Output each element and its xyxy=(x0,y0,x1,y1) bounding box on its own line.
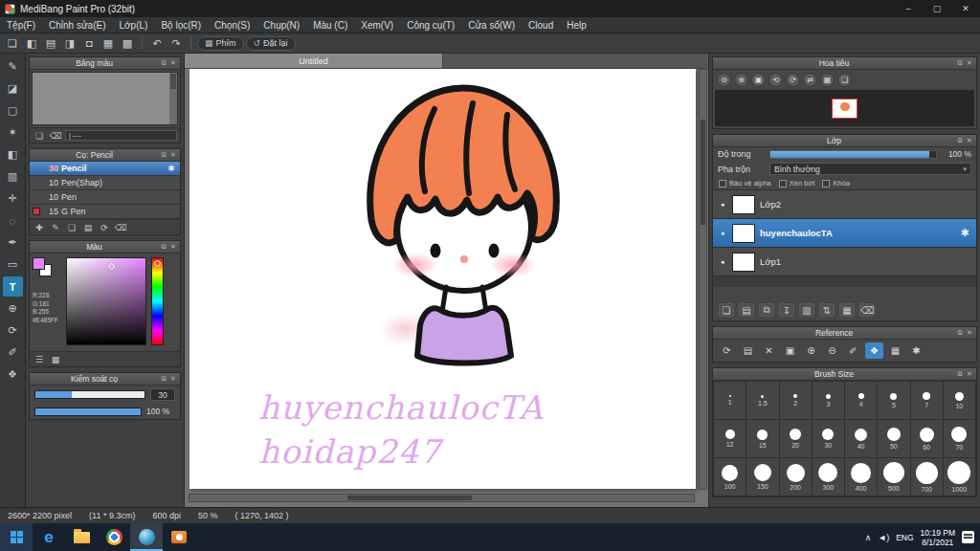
palette-divider-style[interactable]: | ---- xyxy=(65,130,177,141)
undock-icon[interactable]: ⧉ xyxy=(159,57,168,69)
medibang-taskbar-icon[interactable] xyxy=(130,523,163,551)
camera-taskbar-icon[interactable] xyxy=(163,523,195,551)
navigator-thumbnail[interactable] xyxy=(832,99,858,119)
palette-swatches-area[interactable] xyxy=(32,72,178,125)
taskbar-clock[interactable]: 10:19 PM 8/1/2021 xyxy=(921,528,955,547)
brush-size-cell[interactable]: 7 xyxy=(911,382,943,419)
merge-down-icon[interactable]: ↧ xyxy=(779,303,794,317)
palette-grid-icon[interactable]: ▦ xyxy=(49,354,62,365)
comment-icon[interactable]: ◘ xyxy=(80,35,98,52)
nav-zoom-in-icon[interactable]: ⊕ xyxy=(734,73,748,87)
undock-icon[interactable]: ⧉ xyxy=(955,57,965,69)
palette-scrollbar[interactable] xyxy=(169,73,177,124)
brush-size-cell[interactable]: 400 xyxy=(845,458,877,496)
nav-fit-view-icon[interactable]: ▣ xyxy=(751,73,766,87)
brush-size-cell[interactable]: 1 xyxy=(714,382,746,419)
brush-size-cell[interactable]: 30 xyxy=(813,420,844,457)
brush-size-cell[interactable]: 10 xyxy=(944,382,975,419)
menu-item[interactable]: Màu (C) xyxy=(306,17,354,33)
navigator-preview-area[interactable] xyxy=(715,90,974,126)
hue-slider[interactable] xyxy=(151,257,164,345)
ref-open-icon[interactable]: ▤ xyxy=(739,342,757,359)
brush-size-cell[interactable]: 2 xyxy=(780,382,812,419)
undo-icon[interactable]: ↶ xyxy=(148,35,166,52)
menu-item[interactable]: Help xyxy=(560,17,593,33)
close-panel-icon[interactable]: ✕ xyxy=(965,57,974,69)
language-indicator[interactable]: ENG xyxy=(896,533,913,542)
brush-size-cell[interactable]: 150 xyxy=(746,458,778,496)
ref-fit-icon[interactable]: ▣ xyxy=(781,342,799,359)
undock-icon[interactable]: ⧉ xyxy=(955,327,965,339)
ref-close-icon[interactable]: ✕ xyxy=(760,342,778,359)
undock-icon[interactable]: ⧉ xyxy=(159,149,168,161)
horizontal-scrollbar-thumb[interactable] xyxy=(347,496,472,500)
brush-list-item[interactable]: 15 G Pen ✱ xyxy=(30,205,180,219)
document-tab[interactable]: Untitled xyxy=(185,54,443,68)
layer-opacity-slider[interactable] xyxy=(769,150,937,159)
ref-refresh-icon[interactable]: ⟳ xyxy=(718,342,736,359)
layer-row[interactable]: ● Lớp2 ✱ xyxy=(713,190,976,219)
brush-size-cell[interactable]: 700 xyxy=(911,458,943,496)
new-canvas-icon[interactable]: ❏ xyxy=(4,35,21,52)
reset-view-button[interactable]: ↺ Đặt lại xyxy=(246,36,296,51)
layer-folder-icon[interactable]: ▥ xyxy=(799,303,814,317)
save-icon[interactable]: ◧ xyxy=(23,35,40,52)
add-layer-icon[interactable]: ❏ xyxy=(719,303,734,317)
brush-tool-icon[interactable]: ✎ xyxy=(3,56,23,77)
brush-size-cell[interactable]: 5 xyxy=(878,382,909,419)
nav-rotate-left-icon[interactable]: ⟲ xyxy=(768,73,783,87)
close-panel-icon[interactable]: ✕ xyxy=(965,135,974,146)
brush-size-cell[interactable]: 1000 xyxy=(944,458,975,496)
brush-settings-icon[interactable]: ✱ xyxy=(166,164,177,173)
layer-visibility-icon[interactable]: ● xyxy=(718,258,727,265)
pen-tool-icon[interactable]: ✒ xyxy=(3,232,23,253)
shortcut-keys-button[interactable]: ▦ Phím xyxy=(197,36,244,51)
edge-taskbar-icon[interactable]: e xyxy=(33,523,65,551)
add-color-icon[interactable]: ❏ xyxy=(33,130,46,142)
grid-icon[interactable]: ▦ xyxy=(100,35,117,52)
undock-icon[interactable]: ⧉ xyxy=(159,373,168,385)
eraser-tool-icon[interactable]: ◪ xyxy=(3,78,23,99)
add-brush-icon[interactable]: ✚ xyxy=(33,222,46,233)
file-explorer-taskbar-icon[interactable] xyxy=(65,523,98,551)
minimize-button[interactable]: – xyxy=(894,0,923,17)
wand-tool-icon[interactable]: ✶ xyxy=(3,122,23,143)
sync-brush-icon[interactable]: ⟳ xyxy=(98,222,111,233)
foreground-color-swatch[interactable] xyxy=(33,257,45,270)
nav-zoom-out-icon[interactable]: ⊖ xyxy=(717,73,731,87)
layer-visibility-icon[interactable]: ● xyxy=(718,201,727,208)
hue-marker[interactable] xyxy=(154,260,161,267)
layer-option-checkbox[interactable]: Khóa xyxy=(822,179,850,187)
brush-size-cell[interactable]: 20 xyxy=(780,420,812,457)
close-panel-icon[interactable]: ✕ xyxy=(965,327,974,339)
close-panel-icon[interactable]: ✕ xyxy=(965,368,974,380)
brush-size-cell[interactable]: 500 xyxy=(878,458,909,496)
brush-size-cell[interactable]: 3 xyxy=(813,382,844,419)
brush-list-item[interactable]: 10 Pen(Shap) ✱ xyxy=(30,176,180,190)
undock-icon[interactable]: ⧉ xyxy=(955,135,965,146)
ref-zoom-out-icon[interactable]: ⊖ xyxy=(823,342,841,359)
ref-hand-icon[interactable]: ❖ xyxy=(865,342,883,359)
rotate-tool-icon[interactable]: ⟳ xyxy=(3,320,23,341)
layer-option-checkbox[interactable]: Xén bớt xyxy=(779,179,815,187)
export-icon[interactable]: ◨ xyxy=(61,35,78,52)
menu-item[interactable]: Công cụ(T) xyxy=(400,17,461,33)
ref-eyedropper-icon[interactable]: ✐ xyxy=(844,342,862,359)
brush-size-cell[interactable]: 50 xyxy=(878,420,909,457)
speaker-icon[interactable]: ◄) xyxy=(878,533,889,542)
drawing-canvas[interactable]: huyenchaulocTA hoidap247 xyxy=(189,69,696,489)
nav-flip-icon[interactable]: ⇄ xyxy=(803,73,817,87)
nav-rotate-right-icon[interactable]: ⟳ xyxy=(786,73,800,87)
brush-list-item[interactable]: 30 Pencil ✱ xyxy=(30,162,180,176)
close-panel-icon[interactable]: ✕ xyxy=(168,373,178,385)
brush-size-cell[interactable]: 15 xyxy=(746,420,778,457)
open-icon[interactable]: ▤ xyxy=(42,35,59,52)
reorder-layers-icon[interactable]: ⇅ xyxy=(819,303,835,317)
brush-size-cell[interactable]: 200 xyxy=(780,458,812,496)
menu-item[interactable]: Cloud xyxy=(522,17,560,33)
brush-size-cell[interactable]: 300 xyxy=(813,458,844,496)
move-tool-icon[interactable]: ✛ xyxy=(3,188,23,209)
nav-snapshot-icon[interactable]: ❏ xyxy=(837,73,852,87)
zoom-tool-icon[interactable]: ⊕ xyxy=(3,298,23,319)
add-layer-folder-icon[interactable]: ▤ xyxy=(739,303,754,317)
